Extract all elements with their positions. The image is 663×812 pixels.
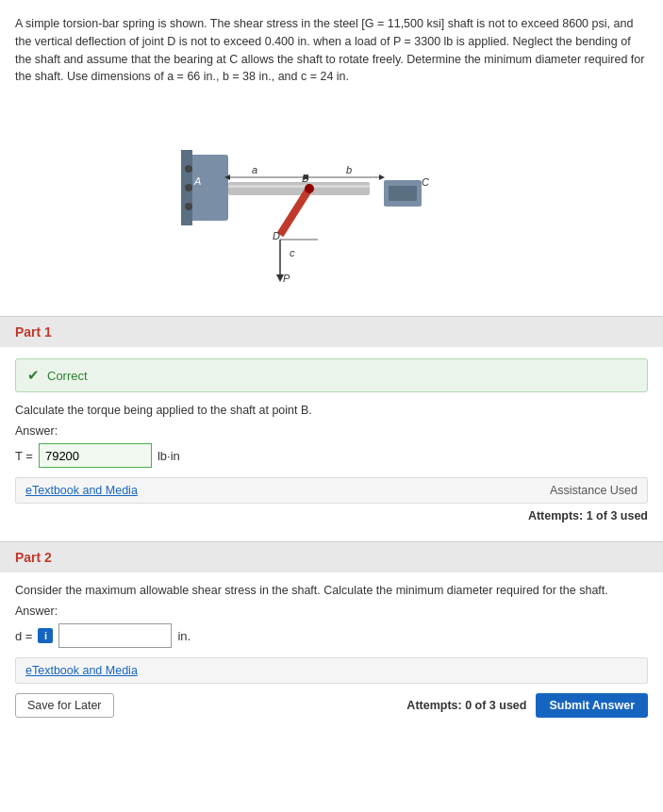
part2-actions-row: Save for Later Attempts: 0 of 3 used Sub… [15, 693, 648, 718]
part1-prefix: T = [15, 449, 33, 463]
part1-unit: lb·in [157, 449, 180, 463]
problem-container: A simple torsion-bar spring is shown. Th… [0, 0, 663, 316]
correct-banner: ✔ Correct [15, 358, 648, 392]
svg-text:B: B [302, 173, 308, 184]
problem-text: A simple torsion-bar spring is shown. Th… [15, 17, 644, 83]
svg-text:P: P [283, 273, 290, 284]
svg-text:D: D [273, 230, 280, 241]
correct-label: Correct [47, 369, 88, 383]
svg-point-17 [305, 184, 314, 193]
part2-body: Consider the maximum allowable shear str… [0, 572, 663, 729]
part2-answer-row: d = i in. [15, 623, 648, 648]
part2-attempts-submit: Attempts: 0 of 3 used Submit Answer [406, 693, 648, 718]
submit-answer-button[interactable]: Submit Answer [536, 693, 648, 718]
part1-header: Part 1 [0, 317, 663, 347]
part2-resource-row: eTextbook and Media [15, 657, 648, 684]
svg-rect-6 [228, 185, 370, 188]
check-icon: ✔ [27, 367, 40, 384]
problem-diagram: a b B D c P [0, 93, 663, 316]
part1-section: Part 1 ✔ Correct Calculate the torque be… [0, 317, 663, 541]
svg-point-3 [185, 184, 192, 191]
save-later-button[interactable]: Save for Later [15, 693, 114, 718]
svg-text:A: A [193, 175, 201, 187]
svg-rect-5 [228, 182, 370, 195]
part1-assistance-used: Assistance Used [550, 484, 638, 497]
part2-attempts: Attempts: 0 of 3 used [406, 699, 526, 712]
svg-point-4 [185, 203, 192, 210]
svg-line-16 [280, 189, 309, 235]
part2-input[interactable] [58, 623, 172, 648]
part1-body: ✔ Correct Calculate the torque being app… [0, 347, 663, 541]
part1-resource-row: eTextbook and Media Assistance Used [15, 477, 648, 504]
part2-answer-label: Answer: [15, 605, 648, 618]
part1-answer-row: T = lb·in [15, 443, 648, 468]
help-icon[interactable]: i [38, 628, 53, 643]
part2-unit: in. [177, 629, 191, 643]
part1-resource-link[interactable]: eTextbook and Media [25, 484, 138, 497]
part1-input[interactable] [39, 443, 152, 468]
part2-question: Consider the maximum allowable shear str… [15, 584, 648, 597]
svg-marker-14 [379, 174, 385, 180]
part2-section: Part 2 Consider the maximum allowable sh… [0, 542, 663, 729]
svg-text:c: c [290, 247, 295, 258]
svg-rect-25 [389, 186, 417, 201]
part2-prefix: d = [15, 629, 32, 643]
svg-text:b: b [346, 164, 352, 175]
part1-answer-label: Answer: [15, 424, 648, 438]
part1-question: Calculate the torque being applied to th… [15, 404, 648, 417]
part2-resource-link[interactable]: eTextbook and Media [25, 664, 138, 677]
part1-attempts: Attempts: 1 of 3 used [15, 509, 648, 522]
part2-header: Part 2 [0, 542, 663, 572]
problem-statement: A simple torsion-bar spring is shown. Th… [0, 0, 663, 93]
svg-text:C: C [422, 176, 429, 188]
svg-point-2 [185, 165, 192, 173]
svg-text:a: a [252, 164, 257, 175]
